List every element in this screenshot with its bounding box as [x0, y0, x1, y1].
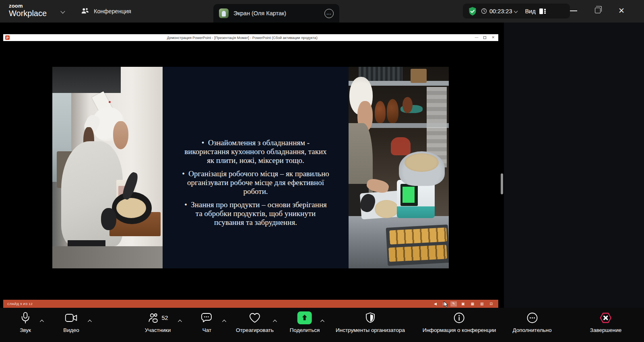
- host-tools-shield-icon: [365, 312, 375, 323]
- participants-panel: Оля Картак Аліна Смаглюк: [504, 23, 644, 308]
- participants-options-chevron[interactable]: [179, 317, 182, 325]
- timer-value: 00:23:23: [489, 8, 512, 14]
- photo-shape: [375, 200, 399, 218]
- host-tools-button[interactable]: Инструменты организатора: [336, 311, 405, 333]
- end-meeting-label: Завершение: [590, 327, 622, 333]
- info-icon: [454, 312, 465, 323]
- photo-shape: [375, 101, 386, 123]
- slide-view-icon[interactable]: ▣: [460, 301, 466, 307]
- ppt-minimize-button[interactable]: —: [475, 36, 478, 39]
- more-label: Дополнительно: [512, 327, 551, 333]
- shared-screen-scrollbar[interactable]: [501, 173, 503, 194]
- photo-shape: [391, 137, 411, 155]
- slide-bullet: Ознайомлення з обладнанням - використанн…: [180, 138, 331, 165]
- participants-button[interactable]: 52 Участники: [145, 311, 171, 333]
- meeting-status-pill: 00:23:23 Вид: [463, 4, 570, 19]
- chevron-down-icon: [514, 9, 518, 13]
- participants-label: Участники: [145, 327, 171, 333]
- window-close-button[interactable]: ✕: [618, 6, 625, 15]
- powerpoint-shared-window: P Демонстрация PowerPoint - [Презентація…: [3, 34, 498, 308]
- share-screen-icon: [297, 311, 312, 324]
- meeting-info-label: Информация о конференции: [423, 327, 496, 333]
- reading-view-icon[interactable]: ▥: [479, 301, 485, 307]
- chat-options-chevron[interactable]: [223, 317, 226, 325]
- end-meeting-icon: [599, 312, 612, 323]
- powerpoint-title-bar: P Демонстрация PowerPoint - [Презентація…: [3, 34, 498, 41]
- status-bar-icons: ◀ ▤ ✎ ▣ ▦ ▥ ⊡: [432, 300, 494, 308]
- powerpoint-status-bar: СЛАЙД 9 ИЗ 12 ◀ ▤ ✎ ▣ ▦ ▥ ⊡: [3, 300, 498, 308]
- chevron-down-icon[interactable]: [60, 9, 65, 13]
- slide-photo-left: [52, 67, 163, 268]
- logo-zoom-text: zoom: [9, 3, 47, 8]
- clock-icon: [481, 8, 487, 14]
- zoom-workplace-window: zoom Workplace Конференция Экран (Оля Ка…: [0, 0, 644, 342]
- more-button[interactable]: Дополнительно: [512, 311, 551, 333]
- tab-conference-label: Конференция: [94, 8, 131, 14]
- react-button[interactable]: Отреагировать: [236, 311, 274, 333]
- heart-icon: [249, 312, 261, 323]
- view-layout-icon: [539, 8, 547, 14]
- photo-shape: [116, 198, 146, 218]
- video-label: Видео: [63, 327, 79, 333]
- meeting-info-button[interactable]: Информация о конференции: [423, 311, 496, 333]
- security-shield-icon[interactable]: [468, 6, 477, 16]
- slide-photo-right: [349, 67, 449, 268]
- host-tools-label: Инструменты организатора: [336, 327, 405, 333]
- powerpoint-window-controls: — ✕: [475, 36, 495, 39]
- view-label: Вид: [525, 8, 535, 14]
- zoom-workplace-logo: zoom Workplace: [9, 3, 47, 17]
- react-options-chevron[interactable]: [274, 317, 277, 325]
- photo-shape: [405, 153, 439, 171]
- slide-text-box: Ознайомлення з обладнанням - використанн…: [163, 67, 349, 268]
- mouse-cursor: [444, 301, 449, 308]
- avatar: [219, 8, 229, 18]
- window-restore-button[interactable]: [595, 8, 601, 13]
- meeting-timer[interactable]: 00:23:23: [481, 8, 517, 14]
- slide-bullet: Знання про продукти – основи зберігання …: [180, 200, 331, 227]
- audio-button[interactable]: Звук: [20, 311, 31, 333]
- top-bar: zoom Workplace Конференция Экран (Оля Ка…: [0, 0, 644, 23]
- slide-bullet: Організація робочого місця – як правильн…: [180, 169, 331, 196]
- photo-shape: [113, 121, 128, 149]
- photo-shape: [52, 67, 121, 93]
- participants-count: 52: [161, 315, 168, 321]
- view-button[interactable]: Вид: [525, 8, 546, 14]
- tab-screen-share[interactable]: Экран (Оля Картак) …: [213, 4, 339, 23]
- ppt-restore-button[interactable]: [483, 36, 486, 39]
- tab-conference[interactable]: Конференция: [80, 6, 131, 17]
- video-options-chevron[interactable]: [89, 317, 91, 325]
- people-icon: [80, 7, 89, 15]
- photo-shape: [52, 246, 163, 268]
- pen-tool-icon[interactable]: ✎: [450, 301, 457, 307]
- share-label: Поделиться: [290, 327, 320, 333]
- photo-shape: [109, 101, 111, 103]
- audio-options-chevron[interactable]: [41, 317, 43, 325]
- slide-counter: СЛАЙД 9 ИЗ 12: [7, 302, 33, 306]
- slideshow-icon[interactable]: ⊡: [488, 301, 494, 307]
- powerpoint-app-icon: P: [5, 35, 10, 40]
- share-button[interactable]: Поделиться: [290, 311, 320, 333]
- photo-shape: [101, 208, 116, 230]
- ppt-close-button[interactable]: ✕: [491, 36, 495, 39]
- video-button[interactable]: Видео: [63, 311, 79, 333]
- end-meeting-button[interactable]: Завершение: [590, 311, 622, 333]
- more-ellipsis-icon: [526, 312, 538, 323]
- share-options-chevron[interactable]: [321, 317, 324, 325]
- powerpoint-title: Демонстрация PowerPoint - [Презентація М…: [10, 36, 475, 40]
- chat-label: Чат: [202, 327, 211, 333]
- react-label: Отреагировать: [236, 327, 274, 333]
- camera-icon: [65, 313, 78, 323]
- grid-view-icon[interactable]: ▦: [469, 301, 476, 307]
- microphone-icon: [20, 312, 31, 324]
- previous-slide-icon[interactable]: ◀: [432, 301, 438, 307]
- scale-display: [402, 187, 415, 203]
- meeting-toolbar: Звук Видео 52 Учас: [0, 308, 644, 342]
- tab-options-icon[interactable]: …: [324, 9, 334, 18]
- window-minimize-button[interactable]: [570, 10, 577, 11]
- logo-workplace-text: Workplace: [9, 9, 47, 17]
- slide-canvas: Ознайомлення з обладнанням - використанн…: [3, 41, 498, 300]
- chat-button[interactable]: Чат: [201, 311, 213, 333]
- photo-shape: [387, 99, 399, 123]
- participants-icon: [147, 312, 159, 323]
- chat-icon: [201, 312, 213, 323]
